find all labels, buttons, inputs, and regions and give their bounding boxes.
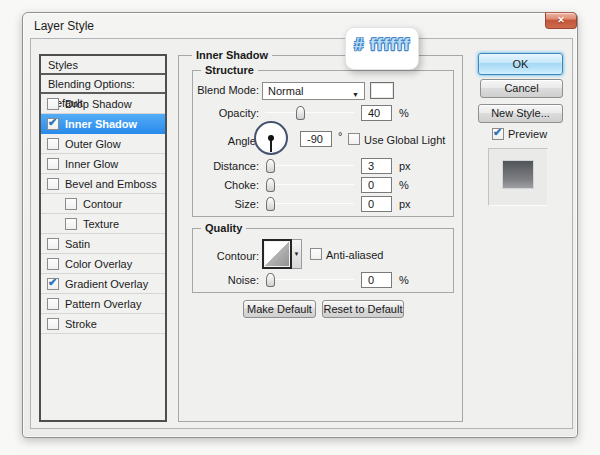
sidebar-item-bevel-and-emboss[interactable]: Bevel and Emboss — [41, 174, 165, 194]
chevron-down-icon: ▼ — [294, 251, 300, 257]
layer-style-dialog: Layer Style ✕ Styles Blending Options: D… — [22, 12, 578, 438]
hex-value-text: # ffffff — [354, 35, 410, 55]
dialog-body: Styles Blending Options: Default Drop Sh… — [30, 38, 573, 429]
sidebar-item-stroke[interactable]: Stroke — [41, 314, 165, 334]
style-checkbox[interactable] — [47, 158, 59, 170]
noise-slider[interactable] — [265, 273, 354, 287]
ok-button[interactable]: OK — [478, 53, 563, 75]
anti-aliased-checkbox[interactable] — [310, 248, 322, 260]
structure-group: Structure Blend Mode: Normal ▼ Opacity: … — [192, 70, 454, 217]
size-slider-track — [265, 203, 354, 204]
choke-input[interactable]: 0 — [361, 177, 392, 193]
chevron-down-icon: ▼ — [352, 87, 359, 103]
window-title: Layer Style — [34, 19, 94, 33]
noise-unit: % — [399, 274, 409, 286]
choke-unit: % — [399, 179, 409, 191]
quality-group-title: Quality — [201, 222, 246, 234]
use-global-light-checkbox[interactable] — [348, 133, 360, 145]
style-checkbox[interactable] — [47, 98, 59, 110]
sidebar-item-satin[interactable]: Satin — [41, 234, 165, 254]
sidebar-item-label: Color Overlay — [65, 258, 132, 270]
distance-unit: px — [399, 160, 411, 172]
size-slider[interactable] — [265, 197, 354, 211]
check-icon: ✔ — [48, 276, 57, 288]
sidebar-item-inner-glow[interactable]: Inner Glow — [41, 154, 165, 174]
sidebar-item-label: Bevel and Emboss — [65, 178, 157, 190]
distance-input[interactable]: 3 — [361, 158, 392, 174]
noise-label: Noise: — [193, 274, 259, 286]
style-checkbox[interactable] — [47, 318, 59, 330]
distance-slider-track — [265, 165, 354, 166]
contour-picker[interactable] — [262, 239, 292, 269]
choke-slider[interactable] — [265, 178, 354, 192]
noise-slider-thumb[interactable] — [266, 273, 275, 287]
close-button[interactable]: ✕ — [545, 12, 577, 29]
sidebar-item-label: Texture — [83, 218, 119, 230]
sidebar-item-pattern-overlay[interactable]: Pattern Overlay — [41, 294, 165, 314]
opacity-slider[interactable] — [265, 106, 354, 120]
opacity-slider-thumb[interactable] — [296, 106, 305, 120]
style-preview-box — [488, 148, 548, 206]
desktop-background: Layer Style ✕ Styles Blending Options: D… — [0, 0, 600, 455]
preview-toggle: ✔ Preview — [492, 128, 547, 140]
blend-mode-dropdown[interactable]: Normal ▼ — [262, 82, 365, 100]
opacity-slider-track — [265, 112, 354, 113]
opacity-unit: % — [399, 107, 409, 119]
noise-input[interactable]: 0 — [361, 272, 392, 288]
preview-label: Preview — [508, 128, 547, 140]
styles-list: Styles Blending Options: Default Drop Sh… — [39, 54, 167, 422]
style-checkbox[interactable] — [47, 298, 59, 310]
style-checkbox[interactable]: ✔ — [47, 118, 59, 130]
style-preview-thumbnail — [503, 161, 533, 188]
size-slider-thumb[interactable] — [266, 197, 275, 211]
style-checkbox[interactable] — [47, 178, 59, 190]
sidebar-item-texture[interactable]: Texture — [41, 214, 165, 234]
sidebar-item-outer-glow[interactable]: Outer Glow — [41, 134, 165, 154]
choke-slider-thumb[interactable] — [266, 178, 275, 192]
styles-header[interactable]: Styles — [41, 56, 165, 75]
angle-dial[interactable] — [254, 121, 288, 155]
anti-aliased-label: Anti-aliased — [326, 249, 383, 261]
shadow-color-swatch[interactable] — [370, 82, 394, 99]
sidebar-item-label: Satin — [65, 238, 90, 250]
sidebar-item-inner-shadow[interactable]: ✔ Inner Shadow — [41, 114, 165, 134]
distance-slider-thumb[interactable] — [266, 159, 275, 173]
check-icon: ✔ — [493, 126, 502, 138]
sidebar-item-label: Drop Shadow — [65, 98, 132, 110]
style-checkbox[interactable] — [65, 198, 77, 210]
sidebar-item-label: Stroke — [65, 318, 97, 330]
use-global-light-label: Use Global Light — [364, 134, 445, 146]
opacity-input[interactable]: 40 — [361, 105, 392, 121]
new-style-button[interactable]: New Style... — [478, 104, 563, 123]
make-default-button[interactable]: Make Default — [243, 300, 316, 318]
size-label: Size: — [193, 198, 259, 210]
choke-label: Choke: — [193, 179, 259, 191]
blending-options-item[interactable]: Blending Options: Default — [41, 75, 165, 94]
sidebar-item-color-overlay[interactable]: Color Overlay — [41, 254, 165, 274]
contour-dropdown-button[interactable]: ▼ — [292, 239, 302, 269]
distance-slider[interactable] — [265, 159, 354, 173]
sidebar-item-contour[interactable]: Contour — [41, 194, 165, 214]
angle-input[interactable]: -90 — [300, 131, 332, 147]
panel-title: Inner Shadow — [192, 49, 272, 61]
close-icon: ✕ — [546, 13, 576, 28]
style-checkbox[interactable] — [47, 258, 59, 270]
sidebar-item-label: Contour — [83, 198, 122, 210]
style-checkbox[interactable] — [47, 138, 59, 150]
style-checkbox[interactable] — [65, 218, 77, 230]
style-checkbox[interactable] — [47, 238, 59, 250]
preview-checkbox[interactable]: ✔ — [492, 128, 504, 140]
size-input[interactable]: 0 — [361, 196, 392, 212]
check-icon: ✔ — [48, 116, 57, 128]
style-checkbox[interactable]: ✔ — [47, 278, 59, 290]
structure-group-title: Structure — [201, 64, 258, 76]
size-unit: px — [399, 198, 411, 210]
noise-slider-track — [265, 279, 354, 280]
title-bar[interactable]: Layer Style ✕ — [23, 13, 577, 39]
quality-group: Quality Contour: ▼ Anti-aliased Noise: 0… — [192, 228, 454, 293]
cancel-button[interactable]: Cancel — [480, 79, 563, 98]
reset-to-default-button[interactable]: Reset to Default — [322, 300, 404, 318]
sidebar-item-gradient-overlay[interactable]: ✔ Gradient Overlay — [41, 274, 165, 294]
distance-label: Distance: — [193, 160, 259, 172]
angle-unit: ° — [338, 130, 342, 142]
